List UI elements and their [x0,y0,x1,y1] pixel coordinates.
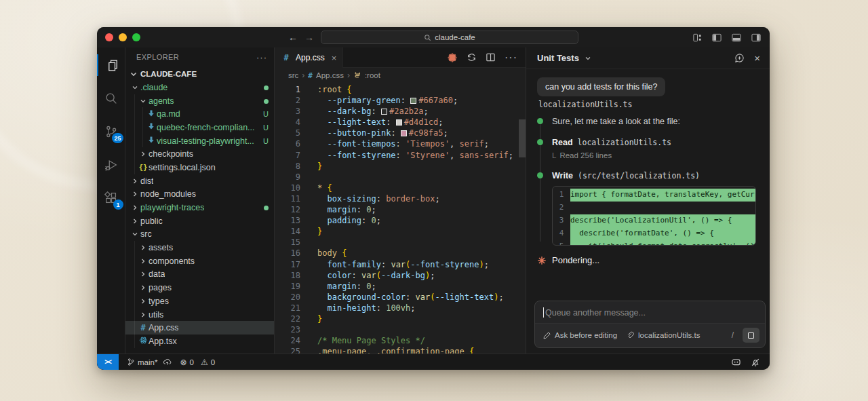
code-line-20[interactable]: 20 background-color: var(--light-text); [275,292,526,303]
code-line-23[interactable]: 23 [275,324,526,335]
customize-layout-icon[interactable] [692,33,703,43]
css-file-icon: # [281,53,292,62]
tree-item-quebec-french-complian-[interactable]: quebec-french-complian...U [125,121,274,134]
editor-more-actions-icon[interactable]: ··· [505,52,517,64]
close-window-button[interactable] [105,33,113,41]
code-line-22[interactable]: 22} [275,313,526,324]
claude-icon[interactable] [447,52,458,63]
code-line-7[interactable]: 7 --font-styrene: 'Styrene', sans-serif; [275,150,526,161]
line-number: 7 [275,150,300,161]
explorer-more-actions-icon[interactable]: ··· [256,52,267,62]
code-line-5[interactable]: 5 --button-pink: #c98fa5; [275,128,526,138]
activity-bar: 25 1 [97,47,125,354]
tree-item-types[interactable]: types [125,294,274,308]
editor-scrollbar[interactable] [519,119,526,157]
chat-input[interactable] [545,308,757,318]
code-line-18[interactable]: 18 color: var(--dark-bg); [275,270,526,281]
tree-item-public[interactable]: public [125,214,274,228]
tree-item-agents[interactable]: agents [125,94,274,108]
tree-item-playwright-traces[interactable]: playwright-traces [125,201,274,214]
tree-item-node-modules[interactable]: node_modules [125,188,274,202]
tree-item-checkpoints[interactable]: checkpoints [125,147,274,161]
notifications-muted-icon[interactable] [751,358,760,367]
chevron-down-icon[interactable] [584,54,592,62]
chat-input-box: Ask before editing localizationUtils.ts … [534,301,766,348]
color-swatch[interactable] [396,119,402,126]
code-line-21[interactable]: 21 min-height: 100vh; [275,303,526,313]
code-line-13[interactable]: 13 padding: 0; [275,215,526,226]
edit-mode-selector[interactable]: Ask before editing [543,331,617,339]
extensions-icon[interactable]: 1 [97,185,125,212]
code-line-10[interactable]: 10* { [275,183,526,193]
breadcrumb-separator: › [302,71,304,80]
tree-item-data[interactable]: data [125,268,274,282]
new-chat-icon[interactable] [734,53,745,63]
code-area[interactable]: 1:root {2 --primary-green: #667a60;3 --d… [275,83,526,354]
color-swatch[interactable] [410,98,416,104]
tree-item--claude[interactable]: .claude [125,81,274,94]
code-line-8[interactable]: 8} [275,161,526,172]
remote-indicator[interactable]: >< [97,354,119,370]
code-line-16[interactable]: 16body { [275,248,526,259]
panel-title: Unit Tests [537,53,579,63]
attached-file-chip[interactable]: localizationUtils.ts [627,331,700,339]
code-line-17[interactable]: 17 font-family: var(--font-styrene); [275,259,526,270]
code-line-14[interactable]: 14} [275,226,526,237]
code-line-1[interactable]: 1:root { [275,84,526,95]
user-message: can you add tests for this file? [537,77,665,96]
code-line-11[interactable]: 11 box-sizing: border-box; [275,193,526,204]
copilot-icon[interactable] [731,358,741,366]
sync-changes-icon[interactable] [467,52,477,62]
code-line-19[interactable]: 19 margin: 0; [275,281,526,292]
problems-indicator[interactable]: ⊗ 0 ⚠ 0 [180,358,215,367]
minimize-window-button[interactable] [119,33,127,41]
tree-item-assets[interactable]: assets [125,241,274,254]
tree-item-app-tsx[interactable]: App.tsx [125,335,274,348]
back-arrow-icon[interactable]: ← [288,33,298,42]
toggle-primary-sidebar-icon[interactable] [711,33,722,43]
code-line-2[interactable]: 2 --primary-green: #667a60; [275,95,526,106]
tab-close-icon[interactable]: × [332,53,337,63]
color-swatch[interactable] [381,109,387,115]
bullet-icon [537,172,543,178]
slash-commands-hint[interactable]: / [732,330,734,340]
color-swatch[interactable] [401,130,407,136]
code-line-6[interactable]: 6 --font-tiempos: 'Tiempos', serif; [275,138,526,149]
toggle-secondary-sidebar-icon[interactable] [751,33,762,43]
tree-item-src[interactable]: src [125,228,274,242]
code-line-24[interactable]: 24/* Menu Page Styles */ [275,335,526,346]
tree-item-visual-testing-playwright-[interactable]: visual-testing-playwright...U [125,134,274,148]
breadcrumb-item[interactable]: src [288,71,298,79]
tree-item-utils[interactable]: utils [125,308,274,322]
maximize-window-button[interactable] [132,33,140,41]
tree-item-dist[interactable]: dist [125,174,274,188]
tree-item-pages[interactable]: pages [125,281,274,294]
source-control-icon[interactable]: 25 [97,118,125,145]
split-editor-icon[interactable] [486,52,496,62]
tab-app-css[interactable]: # App.css × [275,47,343,68]
code-line-9[interactable]: 9 [275,172,526,183]
code-line-4[interactable]: 4 --light-text: #d4d1cd; [275,117,526,128]
tree-item-settings-local-json[interactable]: {}settings.local.json [125,161,274,174]
tree-item-qa-md[interactable]: qa.mdU [125,107,274,121]
breadcrumb: src›#App.css›:root [275,68,526,83]
command-center-search[interactable]: claude-cafe [321,31,578,44]
toggle-panel-icon[interactable] [731,33,742,43]
code-line-12[interactable]: 12 margin: 0; [275,204,526,215]
breadcrumb-item[interactable]: App.css [316,71,344,79]
search-icon[interactable] [97,85,125,112]
close-panel-icon[interactable]: × [754,52,760,64]
tree-item-components[interactable]: components [125,254,274,268]
run-debug-icon[interactable] [97,151,125,178]
tree-item-app-css[interactable]: #App.css [125,321,274,335]
code-line-3[interactable]: 3 --dark-bg: #2a2b2a; [275,106,526,117]
branch-indicator[interactable]: main* [127,358,172,366]
assistant-intro-message: Sure, let me take a look at the file: [537,116,760,128]
code-line-25[interactable]: 25.menu-page, .confirmation-page { [275,346,526,354]
forward-arrow-icon[interactable]: → [304,33,314,42]
workspace-root-folder[interactable]: CLAUDE-CAFE [125,66,274,81]
explorer-icon[interactable] [97,52,125,79]
code-line-15[interactable]: 15 [275,237,526,248]
breadcrumb-item[interactable]: :root [365,71,380,79]
stop-button[interactable] [743,328,760,343]
